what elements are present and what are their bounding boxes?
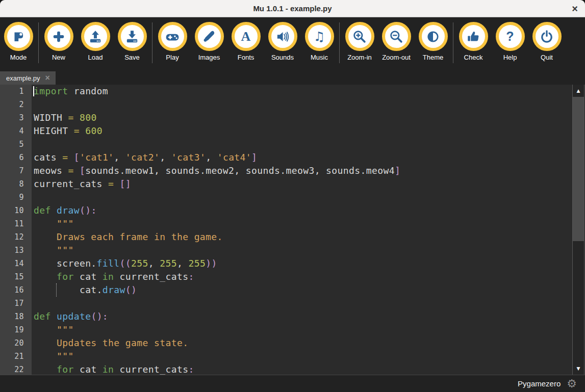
code-line: 21 """: [0, 350, 572, 363]
status-bar: Pygamezero ⚙: [0, 375, 585, 392]
toolbar-button-label: Fonts: [238, 54, 255, 61]
question-mark-icon: ?: [496, 22, 525, 51]
toolbar-button-music[interactable]: ♫Music: [301, 17, 338, 61]
tab-example-py[interactable]: example.py ×: [0, 71, 56, 85]
plus-icon: [44, 22, 73, 51]
toolbar-button-label: Save: [124, 54, 140, 61]
toolbar-button-label: Check: [464, 54, 483, 61]
toolbar-separator: [152, 22, 152, 63]
toolbar-button-new[interactable]: New: [40, 17, 77, 61]
toolbar-button-help[interactable]: ?Help: [492, 17, 528, 61]
tab-label: example.py: [6, 74, 40, 82]
toolbar-button-check[interactable]: Check: [455, 17, 492, 61]
window-close-button[interactable]: ×: [572, 4, 578, 14]
code-text: HEIGHT = 600: [32, 124, 572, 138]
code-line: 8current_cats = []: [0, 177, 572, 191]
toolbar-button-quit[interactable]: Quit: [528, 17, 565, 61]
toolbar-button-label: New: [52, 54, 65, 61]
scrollbar-track[interactable]: [573, 97, 584, 362]
toolbar: ModeNewLoadSavePlayImagesAFontsSounds♫Mu…: [0, 17, 585, 71]
line-number: 9: [0, 191, 32, 204]
mode-status-label: Pygamezero: [518, 379, 561, 388]
tab-bar: example.py ×: [0, 71, 585, 85]
line-number: 21: [0, 350, 32, 363]
line-number: 6: [0, 151, 32, 164]
toolbar-button-zoom-out[interactable]: Zoom-out: [378, 17, 415, 61]
code-text: [32, 98, 572, 111]
toolbar-button-fonts[interactable]: AFonts: [227, 17, 264, 61]
line-number: 16: [0, 283, 32, 297]
code-line: 13 """: [0, 244, 572, 257]
scrollbar[interactable]: ▲ ▼: [572, 85, 584, 375]
toolbar-button-label: Mode: [10, 54, 27, 61]
code-line: 15 for cat in current_cats:: [0, 270, 572, 283]
toolbar-button-sounds[interactable]: Sounds: [264, 17, 301, 61]
toolbar-button-label: Zoom-in: [347, 54, 372, 61]
line-number: 1: [0, 85, 32, 98]
toolbar-button-label: Zoom-out: [382, 54, 411, 61]
tab-close-icon[interactable]: ×: [45, 74, 49, 82]
code-text: Updates the game state.: [32, 336, 572, 350]
line-number: 4: [0, 124, 32, 138]
line-number: 3: [0, 111, 32, 124]
code-line: 9: [0, 191, 572, 204]
code-line: 17: [0, 297, 572, 310]
code-editor[interactable]: 1import random23WIDTH = 8004HEIGHT = 600…: [0, 85, 572, 375]
toolbar-button-label: Play: [166, 54, 179, 61]
letter-a-icon: A: [232, 22, 261, 51]
toolbar-button-load[interactable]: Load: [77, 17, 114, 61]
thumbs-up-icon: [459, 22, 488, 51]
code-line: 19 """: [0, 323, 572, 336]
upload-icon: [81, 22, 110, 51]
toolbar-button-label: Load: [88, 54, 103, 61]
gamepad-icon: [158, 22, 187, 51]
magnifier-plus-icon: [345, 22, 374, 51]
code-text: import random: [32, 85, 572, 98]
indent-guide: [56, 283, 57, 297]
toolbar-button-images[interactable]: Images: [191, 17, 227, 61]
scrollbar-thumb[interactable]: [573, 97, 584, 241]
code-text: """: [32, 323, 572, 336]
magnifier-minus-icon: [382, 22, 411, 51]
toolbar-button-zoom-in[interactable]: Zoom-in: [341, 17, 378, 61]
toolbar-button-play[interactable]: Play: [154, 17, 191, 61]
download-icon: [118, 22, 147, 51]
code-line: 16 cat.draw(): [0, 283, 572, 297]
code-text: """: [32, 217, 572, 230]
code-text: def draw():: [32, 204, 572, 217]
code-text: [32, 138, 572, 151]
code-text: cats = ['cat1', 'cat2', 'cat3', 'cat4']: [32, 151, 572, 164]
code-text: Draws each frame in the game.: [32, 230, 572, 244]
code-line: 4HEIGHT = 600: [0, 124, 572, 138]
toolbar-button-mode[interactable]: Mode: [0, 17, 37, 61]
toolbar-separator: [453, 22, 453, 63]
toolbar-button-label: Music: [311, 54, 328, 61]
code-text: """: [32, 244, 572, 257]
title-bar: Mu 1.0.1 - example.py ×: [0, 0, 585, 17]
toolbar-button-label: Images: [198, 54, 220, 61]
line-number: 7: [0, 164, 32, 177]
code-line: 22 for cat in current_cats:: [0, 363, 572, 375]
code-text: [32, 297, 572, 310]
line-number: 17: [0, 297, 32, 310]
line-number: 19: [0, 323, 32, 336]
toolbar-button-theme[interactable]: Theme: [415, 17, 451, 61]
music-note-icon: ♫: [305, 22, 334, 51]
editor-area: 1import random23WIDTH = 8004HEIGHT = 600…: [0, 85, 585, 375]
line-number: 13: [0, 244, 32, 257]
gear-icon[interactable]: ⚙: [567, 378, 577, 389]
code-text: """: [32, 350, 572, 363]
toolbar-button-save[interactable]: Save: [114, 17, 150, 61]
power-icon: [532, 22, 562, 51]
code-text: for cat in current_cats:: [32, 363, 572, 375]
code-line: 7meows = [sounds.meow1, sounds.meow2, so…: [0, 164, 572, 177]
scrollbar-down-button[interactable]: ▼: [573, 362, 584, 375]
scrollbar-up-button[interactable]: ▲: [573, 85, 584, 97]
contrast-icon: [419, 22, 448, 51]
mu-logo-icon: [4, 22, 33, 51]
code-text: screen.fill((255, 255, 255)): [32, 257, 572, 270]
code-line: 1import random: [0, 85, 572, 98]
line-number: 18: [0, 310, 32, 323]
code-text: cat.draw(): [32, 283, 572, 297]
text-caret: [33, 86, 34, 96]
